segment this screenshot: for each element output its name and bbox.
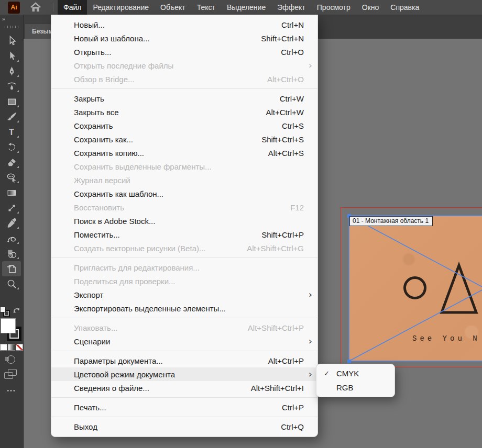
swap-fill-stroke-icon[interactable]: [13, 306, 20, 316]
paintbrush-tool[interactable]: [2, 109, 21, 125]
menu-item[interactable]: Закрыть всеAlt+Ctrl+W: [51, 105, 317, 119]
shape-builder-tool[interactable]: [2, 246, 21, 261]
width-tool[interactable]: [2, 231, 21, 246]
menubar-item[interactable]: Окно: [356, 0, 385, 15]
eraser-tool[interactable]: [2, 155, 21, 170]
submenu-item-label: CMYK: [336, 369, 359, 378]
menubar-items: ФайлРедактированиеОбъектТекстВыделениеЭф…: [58, 0, 425, 15]
menubar-item[interactable]: Справка: [385, 0, 425, 15]
menu-item[interactable]: Сохранить как...Shift+Ctrl+S: [51, 132, 317, 146]
artboard-icon: [6, 263, 17, 274]
width-swirl-icon: [6, 233, 17, 244]
menu-item[interactable]: Новый из шаблона...Shift+Ctrl+N: [51, 31, 317, 45]
menu-item[interactable]: ЗакрытьCtrl+W: [51, 92, 317, 105]
menu-separator: [51, 397, 317, 398]
menu-item[interactable]: Цветовой режим документа›: [51, 367, 317, 381]
menu-item[interactable]: ВыходCtrl+Q: [51, 420, 317, 433]
gradient-button[interactable]: [8, 344, 15, 351]
menu-item[interactable]: Сведения о файле...Alt+Shift+Ctrl+I: [51, 381, 317, 395]
selection-tool[interactable]: [2, 33, 21, 49]
menu-item-label: Экспортировать выделенные элементы...: [74, 304, 226, 313]
menu-item[interactable]: Поместить...Shift+Ctrl+P: [51, 228, 317, 241]
menu-item[interactable]: Новый...Ctrl+N: [51, 18, 317, 31]
menu-item-shortcut: Ctrl+O: [281, 48, 304, 57]
zoom-tool[interactable]: [2, 276, 21, 292]
menubar-item[interactable]: Файл: [58, 0, 87, 15]
menu-item-label: Параметры документа...: [74, 356, 163, 365]
menu-item-label: Пригласить для редактирования...: [74, 263, 200, 272]
menu-item[interactable]: Сохранить как шаблон...: [51, 187, 317, 200]
menu-item-label: Новый из шаблона...: [74, 34, 150, 43]
menu-item[interactable]: Параметры документа...Alt+Ctrl+P: [51, 354, 317, 367]
menu-item-shortcut: Alt+Shift+Ctrl+G: [247, 244, 304, 253]
menu-item-shortcut: Ctrl+P: [282, 403, 304, 412]
menu-item: Создать векторные рисунки (Beta)...Alt+S…: [51, 241, 317, 255]
pen-tool[interactable]: [2, 64, 21, 79]
type-tool[interactable]: T: [2, 125, 21, 140]
file-menu-panel: Новый...Ctrl+NНовый из шаблона...Shift+C…: [51, 15, 318, 437]
menubar-divider: [53, 3, 53, 12]
submenu-item[interactable]: ✓CMYK: [316, 366, 395, 380]
color-button[interactable]: [0, 344, 7, 351]
menu-item-label: Сохранить как шаблон...: [74, 189, 163, 198]
menu-item-shortcut: Ctrl+N: [281, 20, 304, 29]
checkmark-icon: ✓: [324, 369, 330, 377]
menu-item-shortcut: Ctrl+Q: [281, 422, 304, 431]
menu-item[interactable]: Экспорт›: [51, 288, 317, 301]
draw-mode-icon[interactable]: [7, 355, 15, 364]
menu-item-shortcut: Alt+Ctrl+P: [268, 356, 304, 365]
menu-item[interactable]: Экспортировать выделенные элементы...: [51, 301, 317, 315]
fill-stroke-proxy-icon[interactable]: [0, 307, 9, 316]
home-icon: [30, 2, 41, 13]
edit-toolbar-ellipsis[interactable]: •••: [0, 388, 23, 393]
gradient-tool[interactable]: [2, 185, 21, 200]
menubar-item[interactable]: Текст: [191, 0, 221, 15]
rotate-tool[interactable]: [2, 140, 21, 155]
menu-item[interactable]: СохранитьCtrl+S: [51, 119, 317, 132]
menu-item-shortcut: Shift+Ctrl+P: [261, 230, 304, 239]
toolbar-grip-icon[interactable]: [5, 26, 19, 28]
artboard-tool[interactable]: [2, 261, 21, 276]
menu-item: Журнал версий: [51, 173, 317, 187]
rectangle-tool[interactable]: [2, 94, 21, 109]
eyedropper-tool[interactable]: [2, 216, 21, 231]
artboard-name-label[interactable]: 01 - Монтажная область 1: [349, 216, 433, 226]
submenu-chevron-icon: ›: [309, 289, 312, 300]
app-window: Ai ФайлРедактированиеОбъектТекстВыделени…: [0, 0, 482, 448]
menu-item[interactable]: Сохранить копию...Alt+Ctrl+S: [51, 146, 317, 160]
menubar-item[interactable]: Эффект: [271, 0, 311, 15]
menu-item-label: Экспорт: [74, 290, 103, 299]
curvature-tool[interactable]: [2, 79, 21, 94]
menu-item[interactable]: Сценарии›: [51, 334, 317, 348]
menubar: Ai ФайлРедактированиеОбъектТекстВыделени…: [0, 0, 482, 15]
fill-color-swatch[interactable]: [1, 318, 16, 333]
gradient-icon: [6, 187, 17, 198]
menu-item[interactable]: Открыть...Ctrl+O: [51, 45, 317, 59]
menu-item-label: Открыть...: [74, 48, 111, 57]
menubar-item[interactable]: Выделение: [221, 0, 271, 15]
submenu-item[interactable]: RGB: [316, 380, 395, 395]
menu-item-shortcut: Alt+Ctrl+O: [267, 75, 304, 84]
eraser-icon: [6, 157, 17, 168]
toolbar-expand-icon[interactable]: »: [0, 15, 23, 22]
home-button[interactable]: [29, 1, 42, 14]
menu-item-shortcut: Alt+Shift+Ctrl+P: [248, 323, 304, 332]
menu-item: Упаковать...Alt+Shift+Ctrl+P: [51, 321, 317, 334]
none-button[interactable]: [16, 344, 23, 351]
placed-image[interactable]: See You N: [349, 216, 482, 361]
menu-item[interactable]: Печать...Ctrl+P: [51, 400, 317, 414]
menu-item-label: Создать векторные рисунки (Beta)...: [74, 244, 205, 253]
shaper-tool[interactable]: [2, 170, 21, 185]
menu-item[interactable]: Поиск в Adobe Stock...: [51, 214, 317, 228]
menubar-item[interactable]: Просмотр: [311, 0, 356, 15]
menu-item: Открыть последние файлы›: [51, 59, 317, 72]
screen-mode-icon[interactable]: [4, 369, 16, 378]
document-tab-label: Безым: [32, 28, 53, 35]
free-transform-tool[interactable]: [2, 200, 21, 216]
menubar-item[interactable]: Редактирование: [87, 0, 155, 15]
menu-item: Пригласить для редактирования...: [51, 261, 317, 274]
rotate-icon: [6, 142, 17, 153]
menubar-item[interactable]: Объект: [155, 0, 191, 15]
menu-item-label: Сведения о файле...: [74, 384, 149, 393]
direct-selection-tool[interactable]: [2, 49, 21, 64]
